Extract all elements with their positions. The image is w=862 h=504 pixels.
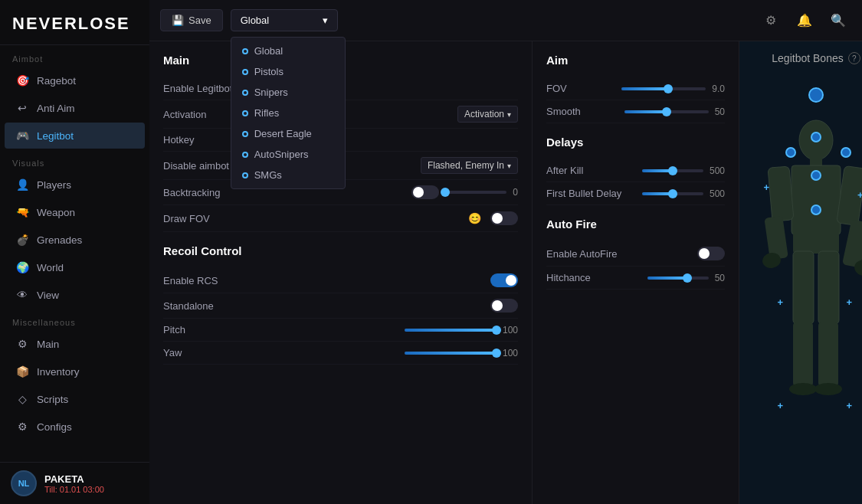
yaw-value: 100 [405, 348, 518, 358]
after-kill-slider[interactable] [642, 169, 703, 172]
enable-rcs-row: Enable RCS [163, 268, 518, 293]
svg-rect-9 [793, 232, 839, 254]
sidebar-item-view[interactable]: 👁 View [5, 282, 145, 308]
draw-fov-toggle[interactable] [490, 211, 518, 225]
standalone-value [490, 299, 518, 313]
antiaim-label: Anti Aim [37, 103, 75, 114]
pitch-value: 100 [405, 325, 518, 335]
dropdown-item-pistols[interactable]: Pistols [231, 61, 345, 82]
disable-aimbot-label: Disable aimbot if [163, 160, 237, 172]
svg-rect-13 [818, 322, 838, 387]
backtracking-value: 0 [411, 185, 518, 199]
dot-icon [242, 90, 248, 96]
pitch-slider[interactable] [405, 329, 497, 332]
aimbot-section-label: Aimbot [0, 45, 149, 67]
enable-autofire-toggle[interactable] [697, 247, 725, 260]
search-button[interactable]: 🔍 [825, 8, 851, 34]
first-bullet-slider[interactable] [642, 192, 703, 195]
dropdown-item-snipers[interactable]: Snipers [231, 82, 345, 103]
pitch-row: Pitch 100 [163, 319, 518, 342]
bone-add-bottom-right[interactable]: + [847, 400, 854, 407]
bone-add-left-arm[interactable]: + [764, 182, 772, 189]
backtracking-toggle[interactable] [411, 185, 439, 199]
svg-rect-12 [793, 322, 813, 387]
standalone-row: Standalone [163, 293, 518, 319]
bone-point-chest[interactable] [811, 170, 821, 181]
yaw-slider[interactable] [405, 352, 497, 355]
avatar: NL [11, 470, 37, 496]
players-label: Players [37, 179, 71, 191]
world-icon: 🌍 [15, 260, 29, 274]
after-kill-val: 500 [710, 165, 725, 176]
bone-point-head[interactable] [808, 87, 824, 103]
sidebar-item-players[interactable]: 👤 Players [5, 172, 145, 198]
legitbot-icon: 🎮 [15, 129, 29, 142]
right-settings-panel: Aim FOV 9.0 Smooth [533, 41, 739, 504]
dot-icon [242, 172, 248, 178]
inventory-label: Inventory [37, 366, 80, 378]
dropdown-item-rifles[interactable]: Rifles [231, 103, 345, 123]
dropdown-item-global[interactable]: Global [231, 41, 345, 61]
yaw-label: Yaw [163, 347, 182, 358]
draw-fov-icon-btn[interactable]: 😊 [465, 211, 484, 226]
svg-rect-3 [768, 166, 794, 221]
dropdown-item-desert-eagle[interactable]: Desert Eagle [231, 123, 345, 144]
players-icon: 👤 [15, 178, 29, 191]
sidebar-item-grenades[interactable]: 💣 Grenades [5, 227, 145, 253]
sidebar-item-inventory[interactable]: 📦 Inventory [5, 358, 145, 385]
settings-button[interactable]: ⚙ [758, 8, 784, 34]
save-icon: 💾 [172, 15, 184, 26]
configs-icon: ⚙ [15, 420, 29, 434]
smooth-slider[interactable] [624, 110, 709, 113]
item-label: SMGs [254, 169, 282, 181]
svg-rect-6 [842, 219, 862, 268]
bone-point-neck[interactable] [811, 132, 821, 142]
fov-label: FOV [546, 83, 567, 94]
enable-rcs-label: Enable RCS [163, 275, 218, 286]
help-icon[interactable]: ? [848, 52, 860, 64]
bone-add-left-leg[interactable]: + [778, 296, 785, 304]
sidebar-item-world[interactable]: 🌍 World [5, 254, 145, 280]
sidebar-item-legitbot[interactable]: 🎮 Legitbot [5, 123, 145, 149]
user-bar: NL PAKETA Till: 01.01 03:00 [0, 462, 149, 504]
weapon-dropdown-wrapper: Global ▾ Global Pistols Snipers [231, 9, 338, 31]
enable-rcs-toggle[interactable] [490, 273, 518, 287]
weapon-dropdown[interactable]: Global ▾ [231, 9, 338, 31]
bone-point-stomach[interactable] [811, 205, 821, 215]
bones-panel: Legitbot Bones ? [739, 41, 862, 504]
smooth-row: Smooth 50 [546, 100, 725, 123]
sidebar-item-ragebot[interactable]: 🎯 Ragebot [5, 67, 145, 93]
svg-point-14 [789, 383, 817, 395]
activation-select[interactable]: Activation ▾ [457, 106, 518, 123]
sidebar-item-configs[interactable]: ⚙ Configs [5, 414, 145, 440]
sidebar-item-scripts[interactable]: ◇ Scripts [5, 386, 145, 412]
bone-add-bottom-left[interactable]: + [778, 400, 785, 407]
disable-aimbot-select[interactable]: Flashed, Enemy In ▾ [421, 157, 518, 174]
activation-value: Activation ▾ [457, 106, 518, 123]
hitchance-slider[interactable] [647, 277, 709, 280]
dropdown-item-autosnipers[interactable]: AutoSnipers [231, 144, 345, 165]
bone-add-right-arm[interactable]: + [857, 189, 862, 197]
item-label: Rifles [254, 107, 280, 119]
hitchance-value: 50 [647, 273, 725, 283]
fov-slider[interactable] [621, 87, 706, 90]
backtracking-val: 0 [513, 187, 518, 198]
bones-title-text: Legitbot Bones [772, 52, 843, 64]
ragebot-label: Ragebot [37, 75, 76, 87]
user-info: PAKETA Till: 01.01 03:00 [44, 473, 104, 494]
after-kill-label: After Kill [546, 165, 583, 176]
draw-fov-value: 😊 [465, 211, 518, 226]
enable-legitbot-label: Enable Legitbot [163, 83, 232, 94]
bone-add-right-leg[interactable]: + [847, 296, 854, 304]
sidebar-item-weapon[interactable]: 🔫 Weapon [5, 199, 145, 225]
notifications-button[interactable]: 🔔 [792, 8, 818, 34]
search-icon: 🔍 [831, 13, 846, 28]
first-bullet-row: First Bullet Delay 500 [546, 182, 725, 205]
dropdown-item-smgs[interactable]: SMGs [231, 165, 345, 185]
save-button[interactable]: 💾 Save [160, 9, 223, 31]
backtracking-slider[interactable] [445, 191, 506, 194]
sidebar: NEVERLOSE Aimbot 🎯 Ragebot ↩ Anti Aim 🎮 … [0, 0, 149, 504]
sidebar-item-antiaim[interactable]: ↩ Anti Aim [5, 95, 145, 121]
sidebar-item-main[interactable]: ⚙ Main [5, 331, 145, 357]
standalone-toggle[interactable] [490, 299, 518, 313]
